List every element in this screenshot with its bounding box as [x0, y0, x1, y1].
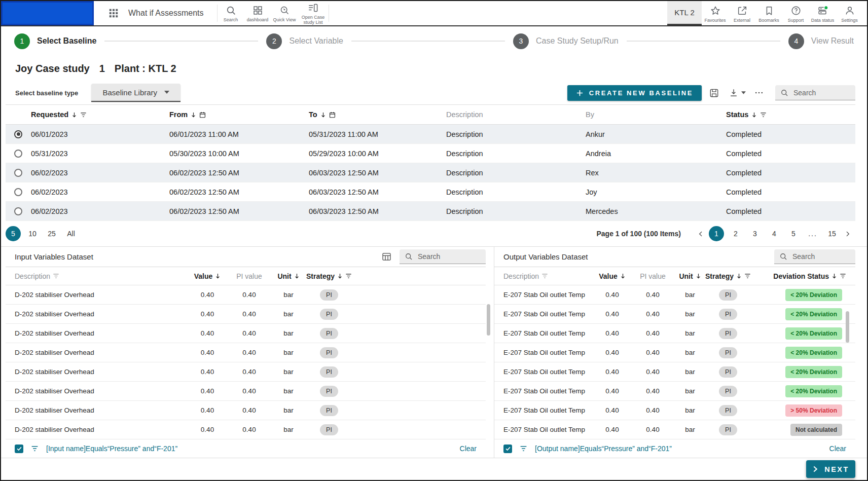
download-options-chevron-icon[interactable]	[741, 91, 746, 94]
column-value[interactable]: Value	[187, 272, 228, 280]
column-to[interactable]: To	[309, 110, 446, 119]
sort-descending-icon[interactable]	[320, 112, 326, 118]
input-panel-scrollbar[interactable]	[487, 304, 490, 336]
column-strategy[interactable]: Strategy	[306, 272, 352, 280]
output-filter-expression[interactable]: [Output name]Equals“Pressure” and“F-201”	[535, 445, 822, 453]
sort-descending-icon[interactable]	[751, 112, 757, 118]
baseline-type-dropdown[interactable]: Baseline Library	[91, 84, 180, 102]
strategy-chip: PI	[320, 309, 338, 320]
topbar-dashboard[interactable]: dashboard	[244, 1, 271, 25]
filter-icon[interactable]	[760, 112, 767, 118]
page-15[interactable]: 15	[824, 226, 840, 241]
filter-checkbox[interactable]	[15, 445, 23, 453]
topbar-support-label: Support	[788, 18, 804, 23]
column-strategy[interactable]: Strategy	[706, 272, 750, 280]
column-value[interactable]: Value	[593, 272, 631, 280]
topbar-external[interactable]: External	[729, 1, 755, 25]
sort-descending-icon[interactable]	[337, 273, 343, 279]
variable-pi-value: 0.40	[242, 349, 256, 356]
topbar-open-case-study-list[interactable]: Open Case study List	[298, 1, 329, 25]
filter-icon[interactable]	[520, 446, 527, 452]
page-size-5[interactable]: 5	[6, 226, 21, 241]
baseline-radio[interactable]	[14, 169, 22, 177]
topbar-support[interactable]: Support	[782, 1, 809, 25]
filter-icon[interactable]	[345, 273, 352, 279]
topbar-settings[interactable]: Settings	[836, 1, 863, 25]
table-view-icon[interactable]	[381, 251, 392, 262]
output-panel-search-input[interactable]	[791, 252, 850, 261]
save-icon[interactable]	[709, 88, 719, 98]
filter-icon[interactable]	[541, 273, 548, 279]
filter-checkbox[interactable]	[503, 445, 512, 453]
column-status[interactable]: Status	[726, 110, 855, 119]
column-description[interactable]: Description	[503, 272, 593, 280]
create-new-baseline-button[interactable]: CREATE NEW BASELINE	[567, 85, 702, 101]
calendar-icon[interactable]	[199, 112, 206, 118]
output-panel-scrollbar[interactable]	[846, 311, 849, 343]
download-icon[interactable]	[729, 88, 739, 98]
column-description[interactable]: Description	[15, 272, 187, 280]
baseline-table-row[interactable]: 06/01/2023 06/01/2023 11:00 AM 05/31/202…	[6, 125, 855, 144]
next-button[interactable]: NEXT	[806, 460, 855, 478]
topbar-favourites[interactable]: Favourites	[702, 1, 729, 25]
page-5[interactable]: 5	[786, 226, 801, 241]
column-unit[interactable]: Unit	[674, 272, 706, 280]
sort-descending-icon[interactable]	[831, 273, 837, 279]
strategy-chip: PI	[719, 347, 737, 358]
step-view-result[interactable]: 4 View Result	[788, 33, 854, 49]
page-1[interactable]: 1	[709, 226, 724, 241]
pagination-summary: Page 1 of 100 (100 Items)	[596, 230, 681, 238]
previous-page-icon[interactable]	[697, 230, 705, 238]
next-page-icon[interactable]	[844, 230, 851, 238]
filter-icon[interactable]	[53, 273, 59, 279]
sort-descending-icon[interactable]	[71, 112, 77, 118]
step-select-baseline[interactable]: 1 Select Baseline	[14, 33, 96, 49]
topbar-data-status[interactable]: Data status	[809, 1, 836, 25]
column-from[interactable]: From	[169, 110, 309, 119]
baseline-search-input[interactable]	[792, 88, 850, 97]
sort-descending-icon[interactable]	[215, 273, 221, 279]
step-select-variable[interactable]: 2 Select Variable	[266, 33, 343, 49]
page-size-25[interactable]: 25	[44, 226, 59, 241]
output-filter-clear-link[interactable]: Clear	[829, 445, 846, 453]
baseline-radio[interactable]	[14, 207, 22, 215]
more-options-icon[interactable]	[754, 88, 764, 98]
sort-descending-icon[interactable]	[620, 273, 626, 279]
filter-icon[interactable]	[840, 273, 846, 279]
column-unit[interactable]: Unit	[271, 272, 306, 280]
page-4[interactable]: 4	[767, 226, 782, 241]
baseline-radio[interactable]	[14, 130, 22, 138]
topbar-bookmarks[interactable]: Boomarks	[755, 1, 782, 25]
output-panel-search[interactable]	[774, 249, 855, 264]
input-filter-expression[interactable]: [Input name]Equals“Pressure” and“F-201”	[46, 445, 452, 453]
calendar-icon[interactable]	[329, 112, 336, 118]
baseline-table-row[interactable]: 05/31/2023 05/30/2023 10:00 AM 05/29/202…	[6, 144, 855, 163]
column-requested[interactable]: Requested	[31, 110, 169, 119]
page-size-all[interactable]: All	[63, 226, 79, 241]
filter-icon[interactable]	[80, 112, 87, 118]
apps-grid-icon[interactable]	[108, 1, 119, 25]
input-panel-search-input[interactable]	[417, 252, 481, 261]
page-3[interactable]: 3	[747, 226, 763, 241]
page-size-10[interactable]: 10	[25, 226, 40, 241]
step-case-study-setup[interactable]: 3 Case Study Setup/Run	[513, 33, 619, 49]
baseline-radio[interactable]	[14, 150, 22, 158]
sort-descending-icon[interactable]	[696, 273, 701, 279]
baseline-table-row[interactable]: 06/02/2023 06/02/2023 12:50 AM 06/03/202…	[6, 163, 855, 182]
sort-descending-icon[interactable]	[294, 273, 300, 279]
plant-tab[interactable]: KTL 2	[667, 1, 702, 25]
output-panel-header: Output Variables Dataset	[494, 247, 855, 267]
topbar-search[interactable]: Search	[218, 1, 244, 25]
baseline-table-row[interactable]: 06/02/2023 06/02/2023 12:50 AM 06/03/202…	[6, 182, 855, 202]
baseline-search[interactable]	[775, 85, 855, 100]
filter-icon[interactable]	[31, 446, 39, 452]
column-deviation-status[interactable]: Deviation Status	[750, 272, 846, 280]
sort-descending-icon[interactable]	[191, 112, 196, 118]
page-2[interactable]: 2	[728, 226, 743, 241]
input-filter-clear-link[interactable]: Clear	[460, 445, 477, 453]
topbar-quick-view[interactable]: Quick View	[271, 1, 298, 25]
baseline-table-row[interactable]: 06/02/2023 06/02/2023 12:50 AM 06/03/202…	[6, 202, 855, 221]
sort-descending-icon[interactable]	[736, 273, 742, 279]
baseline-radio[interactable]	[14, 188, 22, 196]
input-panel-search[interactable]	[400, 249, 486, 264]
